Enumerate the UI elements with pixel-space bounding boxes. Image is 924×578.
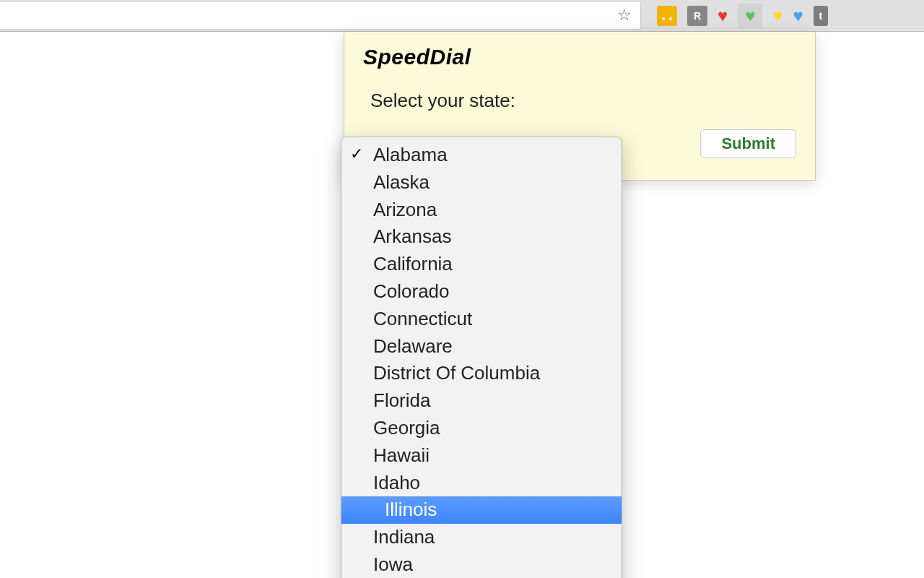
state-option[interactable]: Connecticut <box>341 306 622 333</box>
bookmark-star-icon[interactable]: ☆ <box>617 6 632 25</box>
state-option[interactable]: Florida <box>341 387 622 415</box>
state-option[interactable]: Georgia <box>341 415 622 442</box>
state-option[interactable]: Illinois <box>341 496 622 524</box>
address-bar[interactable]: ☆ <box>0 2 641 30</box>
ext-orange-icon[interactable] <box>657 6 677 26</box>
ext-heart-yellow-icon[interactable]: ♥ <box>772 7 783 25</box>
popup-title: SpeedDial <box>363 45 796 69</box>
state-option[interactable]: Idaho <box>341 470 622 497</box>
state-option[interactable]: District Of Columbia <box>341 360 622 387</box>
browser-toolbar: ☆ R♥♥♥♥t <box>0 0 924 32</box>
state-option[interactable]: Arkansas <box>341 223 622 251</box>
state-option[interactable]: Colorado <box>341 278 622 306</box>
submit-button[interactable]: Submit <box>700 129 796 158</box>
state-dropdown: AlabamaAlaskaArizonaArkansasCaliforniaCo… <box>341 137 622 578</box>
ext-t-icon[interactable]: t <box>814 6 828 26</box>
ext-heart-green-icon[interactable]: ♥ <box>738 4 762 28</box>
state-option[interactable]: Arizona <box>341 197 622 224</box>
state-option[interactable]: Delaware <box>341 333 622 361</box>
select-state-label: Select your state: <box>370 90 796 112</box>
ext-heart-red-icon[interactable]: ♥ <box>718 7 728 25</box>
state-option[interactable]: Alabama <box>341 142 622 169</box>
state-option[interactable]: Indiana <box>341 524 622 551</box>
state-option[interactable]: Alaska <box>341 169 622 197</box>
ext-r-icon[interactable]: R <box>687 6 707 26</box>
state-option[interactable]: Iowa <box>341 551 622 578</box>
state-option[interactable]: California <box>341 251 622 278</box>
ext-heart-blue-icon[interactable]: ♥ <box>793 7 803 25</box>
state-option[interactable]: Hawaii <box>341 442 622 470</box>
extension-icons: R♥♥♥♥t <box>657 4 828 28</box>
